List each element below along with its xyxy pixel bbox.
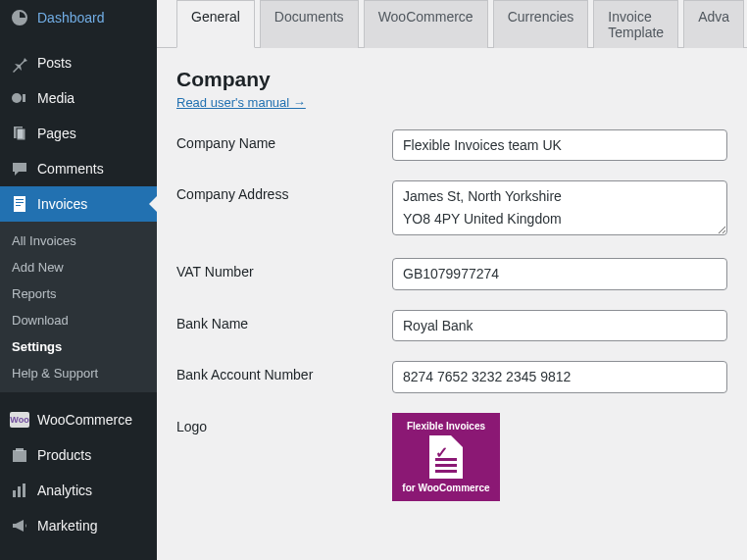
settings-tabs: General Documents WooCommerce Currencies… [157, 0, 747, 48]
svg-rect-10 [18, 486, 21, 497]
menu-label: Analytics [37, 483, 92, 498]
menu-item-products[interactable]: Products [0, 437, 157, 473]
label-company-name: Company Name [176, 129, 392, 151]
svg-rect-7 [13, 450, 26, 462]
section-title: Company [176, 68, 727, 91]
row-bank-name: Bank Name [176, 310, 727, 341]
menu-item-pages[interactable]: Pages [0, 116, 157, 151]
svg-rect-4 [16, 199, 24, 200]
comments-icon [10, 159, 29, 178]
tab-documents[interactable]: Documents [260, 0, 359, 48]
menu-label: Pages [37, 126, 76, 141]
textarea-company-address[interactable]: James St, North Yorkshire YO8 4PY United… [392, 180, 727, 235]
menu-label: Products [37, 447, 91, 463]
menu-label: Marketing [37, 518, 97, 534]
label-company-address: Company Address [176, 180, 392, 202]
invoices-icon [10, 194, 29, 214]
row-company-address: Company Address James St, North Yorkshir… [176, 180, 727, 238]
sub-item-settings[interactable]: Settings [0, 333, 157, 360]
svg-point-0 [12, 93, 22, 103]
menu-item-analytics[interactable]: Analytics [0, 473, 157, 508]
logo-preview[interactable]: Flexible Invoices ✓ for WooCommerce [392, 413, 500, 501]
sub-item-help-support[interactable]: Help & Support [0, 360, 157, 386]
sub-item-all-invoices[interactable]: All Invoices [0, 228, 157, 254]
svg-rect-9 [13, 490, 16, 497]
tab-advanced[interactable]: Adva [683, 0, 744, 48]
menu-label: Posts [37, 55, 72, 71]
tab-general[interactable]: General [176, 0, 255, 48]
svg-rect-3 [14, 196, 25, 212]
admin-sidebar: Dashboard Posts Media Pages Comments Inv… [0, 0, 157, 560]
pin-icon [10, 53, 29, 73]
input-bank-name[interactable] [392, 310, 727, 341]
logo-text-bottom: for WooCommerce [402, 483, 489, 493]
products-icon [10, 445, 29, 465]
menu-item-dashboard[interactable]: Dashboard [0, 0, 157, 35]
menu-label: Dashboard [37, 10, 105, 25]
woo-icon: Woo [10, 410, 29, 430]
menu-label: Comments [37, 161, 104, 177]
sub-item-reports[interactable]: Reports [0, 280, 157, 307]
menu-item-media[interactable]: Media [0, 80, 157, 116]
logo-text-top: Flexible Invoices [407, 421, 485, 432]
row-logo: Logo Flexible Invoices ✓ for WooCommerce [176, 413, 727, 501]
marketing-icon [10, 516, 29, 535]
menu-label: Media [37, 90, 75, 106]
row-bank-account: Bank Account Number [176, 361, 727, 392]
menu-label: WooCommerce [37, 412, 132, 428]
media-icon [10, 88, 29, 108]
menu-item-posts[interactable]: Posts [0, 45, 157, 80]
document-check-icon: ✓ [429, 435, 463, 479]
pages-icon [10, 124, 29, 143]
menu-label: Invoices [37, 196, 87, 212]
tab-currencies[interactable]: Currencies [493, 0, 589, 48]
menu-item-marketing[interactable]: Marketing [0, 508, 157, 543]
label-bank-account: Bank Account Number [176, 361, 392, 382]
menu-item-invoices[interactable]: Invoices [0, 186, 157, 222]
input-vat-number[interactable] [392, 258, 727, 289]
manual-link[interactable]: Read user's manual → [176, 95, 306, 110]
input-bank-account[interactable] [392, 361, 727, 392]
sub-item-download[interactable]: Download [0, 307, 157, 333]
submenu-invoices: All Invoices Add New Reports Download Se… [0, 222, 157, 392]
main-content: General Documents WooCommerce Currencies… [157, 0, 747, 560]
svg-rect-5 [16, 202, 24, 203]
label-vat-number: VAT Number [176, 258, 392, 280]
tab-woocommerce[interactable]: WooCommerce [364, 0, 488, 48]
analytics-icon [10, 481, 29, 500]
row-company-name: Company Name [176, 129, 727, 161]
menu-item-comments[interactable]: Comments [0, 151, 157, 186]
svg-rect-2 [17, 128, 25, 140]
menu-item-woocommerce[interactable]: Woo WooCommerce [0, 402, 157, 437]
svg-rect-11 [23, 484, 25, 497]
row-vat-number: VAT Number [176, 258, 727, 289]
dashboard-icon [10, 8, 29, 27]
svg-rect-6 [16, 205, 21, 206]
sub-item-add-new[interactable]: Add New [0, 254, 157, 280]
input-company-name[interactable] [392, 129, 727, 161]
svg-rect-8 [16, 448, 24, 451]
label-bank-name: Bank Name [176, 310, 392, 331]
label-logo: Logo [176, 413, 392, 434]
tab-invoice-template[interactable]: Invoice Template [593, 0, 678, 48]
